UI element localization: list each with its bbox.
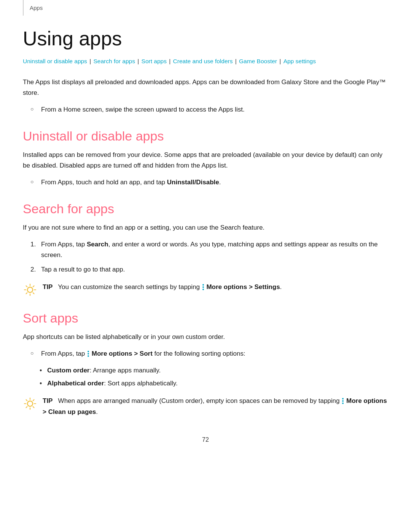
svg-line-15 xyxy=(33,407,34,408)
sort-bullet-item: From Apps, tap More options > Sort for t… xyxy=(30,348,388,359)
breadcrumb: Apps xyxy=(23,0,388,16)
tip-icon-sort xyxy=(23,396,37,411)
tip-sort-text: TIP When apps are arranged manually (Cus… xyxy=(43,396,388,417)
tip-label-search: TIP xyxy=(43,283,53,291)
more-options-icon-sort xyxy=(88,351,89,357)
search-numbered-list: From Apps, tap Search, and enter a word … xyxy=(30,239,388,275)
nav-link-sort[interactable]: Sort apps xyxy=(142,58,167,64)
sort-custom-order-label: Custom order xyxy=(47,367,89,374)
sort-sub-bullet-list: Custom order: Arrange apps manually. Alp… xyxy=(40,365,388,389)
uninstall-body: Installed apps can be removed from your … xyxy=(23,150,388,171)
intro-bullet-text: From a Home screen, swipe the screen upw… xyxy=(41,106,245,113)
tip-icon-search xyxy=(23,283,37,297)
sort-bullet-list: From Apps, tap More options > Sort for t… xyxy=(30,348,388,359)
nav-link-search[interactable]: Search for apps xyxy=(94,58,135,64)
svg-line-5 xyxy=(26,286,27,287)
section-heading-uninstall: Uninstall or disable apps xyxy=(23,129,388,144)
tip-label-sort: TIP xyxy=(43,397,53,404)
sort-sub-bullet-alpha: Alphabetical order: Sort apps alphabetic… xyxy=(40,378,388,389)
tip-sort: TIP When apps are arranged manually (Cus… xyxy=(23,396,388,417)
sep-1: | xyxy=(88,58,93,64)
svg-line-7 xyxy=(33,286,34,287)
nav-link-uninstall[interactable]: Uninstall or disable apps xyxy=(23,58,87,64)
uninstall-bullet-item: From Apps, touch and hold an app, and ta… xyxy=(30,177,388,188)
more-options-icon-sort-tip xyxy=(342,398,344,404)
sort-sub-bullet-custom: Custom order: Arrange apps manually. xyxy=(40,365,388,376)
nav-link-folders[interactable]: Create and use folders xyxy=(173,58,233,64)
nav-link-appsettings[interactable]: App settings xyxy=(284,58,316,64)
page-title: Using apps xyxy=(23,27,388,50)
intro-bullet-item: From a Home screen, swipe the screen upw… xyxy=(30,104,388,115)
breadcrumb-text: Apps xyxy=(30,5,43,11)
sort-body: App shortcuts can be listed alphabetical… xyxy=(23,332,388,342)
svg-point-9 xyxy=(27,401,33,406)
sort-bold-1: More options > Sort xyxy=(92,350,153,357)
section-heading-sort: Sort apps xyxy=(23,311,388,326)
svg-line-16 xyxy=(33,400,34,401)
svg-line-17 xyxy=(26,407,27,408)
page-number: 72 xyxy=(23,436,388,443)
intro-paragraph: The Apps list displays all preloaded and… xyxy=(23,77,388,98)
sep-4: | xyxy=(233,58,238,64)
search-bold-1: Search xyxy=(87,241,108,248)
tip-search-text: TIP You can customize the search setting… xyxy=(43,282,282,292)
search-step-1: From Apps, tap Search, and enter a word … xyxy=(30,239,388,260)
sort-alpha-order-label: Alphabetical order xyxy=(47,380,104,387)
nav-link-booster[interactable]: Game Booster xyxy=(239,58,277,64)
search-step-2: Tap a result to go to that app. xyxy=(30,264,388,275)
svg-point-0 xyxy=(27,287,33,292)
nav-links: Uninstall or disable apps | Search for a… xyxy=(23,57,388,66)
sep-2: | xyxy=(136,58,141,64)
tip-search: TIP You can customize the search setting… xyxy=(23,282,388,297)
svg-line-8 xyxy=(26,293,27,294)
svg-line-14 xyxy=(26,400,27,401)
more-options-icon-search xyxy=(202,284,204,290)
svg-line-6 xyxy=(33,293,34,294)
tip-search-bold: More options > Settings xyxy=(206,283,280,291)
tip-sort-bold: More options > Clean up pages xyxy=(43,397,387,415)
intro-bullet-list: From a Home screen, swipe the screen upw… xyxy=(30,104,388,115)
sep-5: | xyxy=(278,58,283,64)
page-number-text: 72 xyxy=(202,436,209,443)
sep-3: | xyxy=(167,58,172,64)
page-container: Apps Using apps Uninstall or disable app… xyxy=(0,0,411,532)
search-body: If you are not sure where to find an app… xyxy=(23,222,388,233)
uninstall-bold: Uninstall/Disable xyxy=(167,179,219,186)
section-heading-search: Search for apps xyxy=(23,201,388,216)
uninstall-bullet-list: From Apps, touch and hold an app, and ta… xyxy=(30,177,388,188)
